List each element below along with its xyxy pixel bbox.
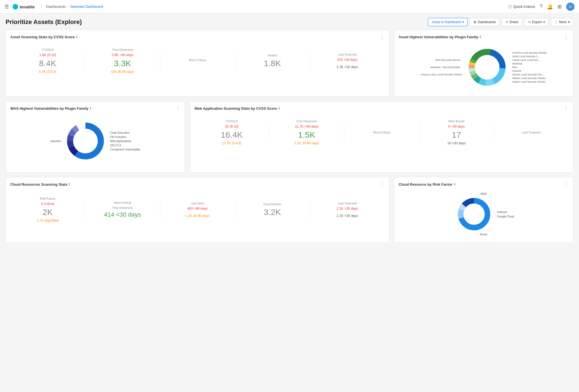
export-icon: ↪ bbox=[528, 20, 531, 24]
legend-debian: Debian Local Security Checks bbox=[512, 77, 547, 80]
card-header-cloud: Cloud Resources Scanning Stats ℹ ⋮ bbox=[10, 182, 385, 187]
legend-file-incl: File Inclusion bbox=[110, 135, 140, 138]
stat-cvssv3: CVSSv3 1.6K (9-10) 8.4K 6.3K (5-8.9) bbox=[10, 46, 85, 76]
cloud-stat-main-first: 414 <30 days bbox=[104, 211, 141, 218]
legend-ubuntu: Ubuntu Local Security Che... bbox=[512, 73, 547, 76]
was-highest-vuln-card: WAS Highest Vulnerabilities by Plugin Fa… bbox=[6, 101, 185, 173]
cloud-col-most-critical: Most Critical bbox=[114, 201, 131, 204]
legend-solaris: Solaris Local Security Checks bbox=[512, 80, 547, 83]
stat-first-obs-30-90: 435 30-90-days bbox=[111, 70, 134, 74]
breadcrumb: Dashboards › Selected Dashboard bbox=[46, 4, 103, 9]
more-label: More bbox=[559, 20, 567, 24]
asset-scanning-stats-card: Asset Scanning Stats by CVSS Score ℹ ⋮ C… bbox=[6, 30, 389, 97]
web-stat-first-observed: First Observed 11.7K >90-days 1.5K 3.2K … bbox=[269, 117, 344, 147]
web-stat-sub-high: 25 (9-10) bbox=[225, 125, 239, 128]
legend-centos: CentOS Local Security Checks bbox=[512, 51, 547, 54]
web-col-assets: Web Assets bbox=[448, 119, 465, 123]
row-3: Cloud Resources Scanning Stats ℹ ⋮ Risk … bbox=[6, 177, 573, 243]
nav-divider bbox=[41, 3, 42, 10]
web-stat-last-scanned: Last Scanned bbox=[494, 128, 569, 136]
info-icon-cloud-risk[interactable]: ℹ bbox=[454, 182, 455, 186]
cloud-col-last-scanned: Last Scanned bbox=[338, 202, 357, 205]
asset-stats-grid: CVSSv3 1.6K (9-10) 8.4K 6.3K (5-8.9) Fir… bbox=[10, 43, 385, 79]
info-icon-was[interactable]: ℹ bbox=[90, 106, 91, 110]
dashboard-icon: ⊞ bbox=[473, 20, 476, 24]
asset-scanning-title: Asset Scanning Stats by CVSS Score ℹ bbox=[10, 35, 77, 39]
card-menu-asset[interactable]: ⋮ bbox=[380, 34, 385, 39]
logo: tenable bbox=[12, 4, 37, 10]
dashboard-grid: Asset Scanning Stats by CVSS Score ℹ ⋮ C… bbox=[0, 30, 579, 248]
stat-last-scanned-30: 415 >30 days bbox=[337, 58, 357, 62]
stat-last-scanned-lt30: 1.3K <30 days bbox=[336, 65, 358, 69]
chevron-down-icon: ▾ bbox=[462, 20, 464, 24]
asset-vuln-legend-left: Red Hat Local Securit... Windows : Micro… bbox=[420, 59, 462, 76]
info-icon-cloud[interactable]: ℹ bbox=[69, 182, 70, 186]
dashboards-button[interactable]: ⊞ Dashboards bbox=[470, 18, 499, 26]
cloud-col-last-seen: Last Seen bbox=[191, 202, 205, 205]
cloud-risk-factor-card: Cloud Resource by Risk Factor ℹ ⋮ AWS bbox=[394, 177, 573, 243]
info-icon-asset[interactable]: ℹ bbox=[76, 35, 77, 39]
clock-icon: 🕐 bbox=[508, 4, 512, 9]
card-menu-asset-vuln[interactable]: ⋮ bbox=[564, 34, 569, 39]
legend-amazon: Amazon Linux Local Security Checks bbox=[420, 73, 462, 76]
share-label: Share bbox=[509, 20, 518, 24]
breadcrumb-parent[interactable]: Dashboards bbox=[46, 4, 66, 9]
legend-windows: Windows bbox=[512, 62, 547, 65]
quick-actions-label: Quick Actions bbox=[513, 4, 535, 9]
legend-redhat: Red Hat Local Securit... bbox=[420, 59, 462, 61]
cloud-stat-critical: 0 Critical bbox=[41, 202, 54, 206]
legend-code-exec: Code Execution bbox=[110, 131, 140, 134]
help-icon[interactable]: ? bbox=[540, 4, 542, 9]
cloud-stat-last-scanned: Last Scanned 2.1K >30 days 1.1K <30 days bbox=[310, 199, 384, 220]
user-avatar[interactable]: U bbox=[566, 3, 575, 11]
web-stat-assets-30: 6 >30 days bbox=[448, 125, 465, 128]
cloud-stat-main-assets: 3.2K bbox=[264, 207, 281, 217]
legend-suse: SuSE Local Security C... bbox=[512, 55, 547, 58]
legend-oracle: Oracle Linux Local Sec... bbox=[512, 59, 547, 61]
more-dots-icon: ⋮ bbox=[554, 20, 558, 24]
card-header-web-app: Web Application Scanning Stats by CVSS S… bbox=[194, 106, 569, 111]
export-button[interactable]: ↪ Export ▾ bbox=[524, 18, 549, 26]
legend-misc: Misc. bbox=[512, 66, 547, 69]
web-stat-first-obs-90: 11.7K >90-days bbox=[295, 125, 318, 128]
cloud-risk-donut bbox=[453, 196, 495, 232]
more-button[interactable]: ⋮ More ▾ bbox=[551, 18, 573, 26]
card-menu-cloud-risk[interactable]: ⋮ bbox=[564, 182, 569, 187]
cloud-scanning-stats-card: Cloud Resources Scanning Stats ℹ ⋮ Risk … bbox=[6, 177, 389, 243]
info-icon-web-app[interactable]: ℹ bbox=[279, 106, 280, 110]
stat-main-cvssv3: 8.4K bbox=[39, 59, 56, 68]
injection-label: Injection bbox=[51, 140, 61, 143]
cloud-stat-first-observed: Most Critical First Observed 414 <30 day… bbox=[85, 199, 160, 221]
hamburger-menu[interactable]: ☰ bbox=[4, 4, 9, 10]
share-button[interactable]: ↗ Share bbox=[502, 18, 522, 26]
chevron-down-icon2: ▾ bbox=[543, 20, 545, 24]
bell-icon[interactable]: 🔔 bbox=[547, 4, 553, 10]
quick-actions-button[interactable]: 🕐 Quick Actions bbox=[508, 4, 535, 9]
asset-vuln-title: Asset Highest Vulnerabilities by Plugin … bbox=[399, 35, 481, 39]
card-menu-was[interactable]: ⋮ bbox=[175, 106, 180, 111]
cloud-stat-last-scanned-30: 2.1K >30 days bbox=[336, 207, 358, 211]
web-stat-first-obs-30-90: 3.2K 30-90-days bbox=[294, 141, 319, 145]
row-1: Asset Scanning Stats by CVSS Score ℹ ⋮ C… bbox=[6, 30, 573, 97]
web-stat-main-assets: 17 bbox=[452, 130, 461, 140]
jump-to-dashboard-button[interactable]: Jump to Dashboard ▾ bbox=[428, 18, 468, 26]
card-header-cloud-risk: Cloud Resource by Risk Factor ℹ ⋮ bbox=[399, 182, 569, 187]
cloud-col-assets: Cloud Assets bbox=[264, 202, 281, 206]
info-icon-asset-vuln[interactable]: ℹ bbox=[480, 35, 481, 39]
svg-point-27 bbox=[463, 204, 485, 225]
card-menu-cloud[interactable]: ⋮ bbox=[380, 182, 385, 187]
web-stat-main-first: 1.5K bbox=[298, 130, 315, 140]
stat-main-first-observed: 3.3K bbox=[114, 59, 131, 68]
stat-first-observed: First Observed 5.8K >90-days 3.3K 435 30… bbox=[85, 46, 160, 76]
asset-vuln-legend-right: CentOS Local Security Checks SuSE Local … bbox=[512, 51, 547, 83]
card-menu-web-app[interactable]: ⋮ bbox=[564, 106, 569, 111]
web-stat-sub-med: 12.7K (5-8.9) bbox=[222, 141, 241, 145]
row-2: WAS Highest Vulnerabilities by Plugin Fa… bbox=[6, 101, 573, 173]
web-app-scanning-stats-card: Web Application Scanning Stats by CVSS S… bbox=[190, 101, 573, 173]
grid-icon[interactable]: ⊞ bbox=[558, 4, 562, 10]
page-header: Prioritize Assets (Explore) Jump to Dash… bbox=[0, 13, 579, 30]
svg-point-0 bbox=[13, 4, 18, 9]
svg-point-22 bbox=[73, 129, 98, 153]
azure-label: Azure bbox=[480, 233, 487, 236]
tenable-logo-svg: tenable bbox=[12, 4, 37, 10]
